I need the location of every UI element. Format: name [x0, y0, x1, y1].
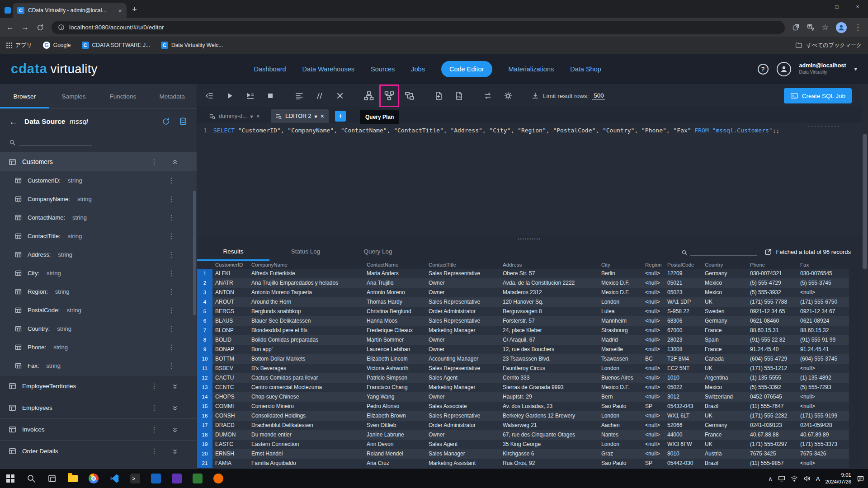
browser-menu-icon[interactable]: ⋮: [854, 23, 862, 32]
nav-code-editor[interactable]: Code Editor: [441, 61, 492, 77]
volume-icon[interactable]: [803, 475, 811, 482]
cell-customer-id[interactable]: ALFKI: [212, 269, 249, 278]
export-csv-icon[interactable]: CSV: [451, 88, 467, 103]
cell-address[interactable]: 24, place Kleber: [500, 326, 599, 335]
task-view-icon[interactable]: [42, 469, 62, 488]
help-icon[interactable]: ?: [758, 64, 769, 75]
new-tab-button[interactable]: +: [132, 5, 137, 14]
cell-country[interactable]: Germany: [702, 316, 747, 326]
cell-postal-code[interactable]: EC2 5NT: [665, 364, 702, 373]
scrollbar-thumb[interactable]: [863, 134, 867, 269]
table-menu-icon[interactable]: ⋮: [151, 158, 158, 166]
cell-contact-name[interactable]: Sven Ottlieb: [364, 421, 426, 430]
cell-phone[interactable]: (171) 555-1212: [747, 364, 797, 373]
column-header[interactable]: Phone: [747, 261, 797, 269]
cell-region[interactable]: SP: [642, 459, 665, 468]
cell-customer-id[interactable]: CHOPS: [212, 392, 249, 402]
cell-phone[interactable]: 0621-08460: [747, 316, 797, 326]
cell-contact-name[interactable]: Aria Cruz: [364, 459, 426, 468]
row-number[interactable]: 4: [197, 297, 212, 307]
column-header[interactable]: Address: [500, 261, 599, 269]
back-icon[interactable]: ←: [6, 23, 14, 32]
cell-city[interactable]: Tsawassen: [599, 354, 642, 364]
cell-country[interactable]: France: [702, 345, 747, 354]
cell-country[interactable]: France: [702, 430, 747, 440]
cell-city[interactable]: Sao Paulo: [599, 459, 642, 468]
collapse-icon[interactable]: [171, 158, 179, 165]
cell-region[interactable]: <null>: [642, 364, 665, 373]
cell-city[interactable]: Graz: [599, 449, 642, 459]
cell-company-name[interactable]: Ana Trujillo Emparedados y helados: [249, 278, 364, 288]
table-row[interactable]: 1 ALFKI Alfreds Futterkiste Maria Anders…: [197, 269, 862, 278]
cell-address[interactable]: Av. dos Lusiadas, 23: [500, 402, 599, 411]
cell-contact-title[interactable]: Accounting Manager: [426, 354, 500, 364]
cell-customer-id[interactable]: FAMIA: [212, 459, 249, 468]
scrollbar-thumb[interactable]: [193, 191, 196, 315]
cell-customer-id[interactable]: ANATR: [212, 278, 249, 288]
table-row[interactable]: 2 ANATR Ana Trujillo Emparedados y helad…: [197, 278, 862, 288]
cell-phone[interactable]: (11) 555-7647: [747, 402, 797, 411]
nav-data-warehouses[interactable]: Data Warehouses: [302, 66, 355, 73]
create-sql-job-button[interactable]: Create SQL Job: [784, 88, 852, 103]
row-number[interactable]: 5: [197, 307, 212, 316]
cell-phone[interactable]: (171) 555-7788: [747, 297, 797, 307]
app-green-icon[interactable]: [187, 469, 208, 488]
cell-phone[interactable]: 7675-3425: [747, 449, 797, 459]
column-menu-icon[interactable]: ⋮: [168, 361, 175, 370]
cell-fax[interactable]: (171) 555-3373: [797, 440, 849, 449]
cell-phone[interactable]: (5) 555-4729: [747, 278, 797, 288]
user-menu[interactable]: admin@localhost Data Virtuality: [799, 62, 846, 75]
sidebar-column-row[interactable]: CompanyName: string ⋮: [0, 190, 197, 208]
cell-address[interactable]: C/ Araquil, 67: [500, 335, 599, 345]
cell-phone[interactable]: 0452-076545: [747, 392, 797, 402]
cell-fax[interactable]: 0921-12 34 67: [797, 307, 849, 316]
table-group-row[interactable]: Order Details ⋮: [0, 440, 197, 462]
app-blue-icon[interactable]: [146, 469, 166, 488]
cell-fax[interactable]: <null>: [797, 402, 849, 411]
tab-status-log[interactable]: Status Log: [269, 243, 342, 261]
tab-chevron-icon[interactable]: ▾: [314, 113, 317, 120]
cell-address[interactable]: Cerrito 333: [500, 373, 599, 383]
bookmark-star-icon[interactable]: ☆: [822, 23, 829, 32]
cell-customer-id[interactable]: CENTC: [212, 383, 249, 392]
cell-city[interactable]: Mexico D.F.: [599, 288, 642, 297]
share-icon[interactable]: [792, 23, 800, 31]
user-menu-chevron-icon[interactable]: ▾: [854, 66, 857, 72]
row-number[interactable]: 21: [197, 459, 212, 468]
table-row[interactable]: 4 AROUT Around the Horn Thomas Hardy Sal…: [197, 297, 862, 307]
cell-fax[interactable]: 40.67.89.89: [797, 430, 849, 440]
table-row[interactable]: 17 DRACD Drachenblut Delikatessen Sven O…: [197, 421, 862, 430]
tab-close-icon[interactable]: ×: [321, 113, 324, 120]
cell-address[interactable]: 120 Hanover Sq.: [500, 297, 599, 307]
sidebar-search-input[interactable]: [19, 137, 92, 146]
table-row[interactable]: 14 CHOPS Chop-suey Chinese Yang Wang Own…: [197, 392, 862, 402]
cell-contact-name[interactable]: Francisco Chang: [364, 383, 426, 392]
cell-region[interactable]: <null>: [642, 440, 665, 449]
table-menu-icon[interactable]: ⋮: [151, 382, 158, 390]
cell-postal-code[interactable]: 52066: [665, 421, 702, 430]
ime-indicator[interactable]: A: [816, 475, 820, 482]
cell-address[interactable]: Obere Str. 57: [500, 269, 599, 278]
cell-country[interactable]: Argentina: [702, 373, 747, 383]
table-row[interactable]: 18 DUMON Du monde entier Janine Labrune …: [197, 430, 862, 440]
cell-contact-name[interactable]: Ana Trujillo: [364, 278, 426, 288]
cell-contact-title[interactable]: Owner: [426, 392, 500, 402]
refresh-source-icon[interactable]: [161, 117, 170, 126]
table-row[interactable]: 13 CENTC Centro comercial Moctezuma Fran…: [197, 383, 862, 392]
cell-contact-title[interactable]: Owner: [426, 345, 500, 354]
chrome-icon[interactable]: [83, 469, 104, 488]
cell-contact-title[interactable]: Sales Manager: [426, 449, 500, 459]
cell-country[interactable]: Mexico: [702, 278, 747, 288]
bookmark-cdata[interactable]: C CDATA SOFTWARE J...: [82, 42, 150, 49]
column-menu-icon[interactable]: ⋮: [168, 176, 175, 185]
cell-postal-code[interactable]: 05432-043: [665, 402, 702, 411]
cell-customer-id[interactable]: EASTC: [212, 440, 249, 449]
table-menu-icon[interactable]: ⋮: [151, 447, 158, 455]
cell-address[interactable]: Avda. de la Constitucion 2222: [500, 278, 599, 288]
cell-fax[interactable]: (604) 555-3745: [797, 354, 849, 364]
cell-company-name[interactable]: Berglunds snabbkop: [249, 307, 364, 316]
all-bookmarks-button[interactable]: すべてのブックマーク: [795, 42, 862, 49]
table-row[interactable]: 16 CONSH Consolidated Holdings Elizabeth…: [197, 411, 862, 421]
cell-phone[interactable]: (5) 555-3932: [747, 288, 797, 297]
table-row[interactable]: 12 CACTU Cactus Comidas para llevar Patr…: [197, 373, 862, 383]
